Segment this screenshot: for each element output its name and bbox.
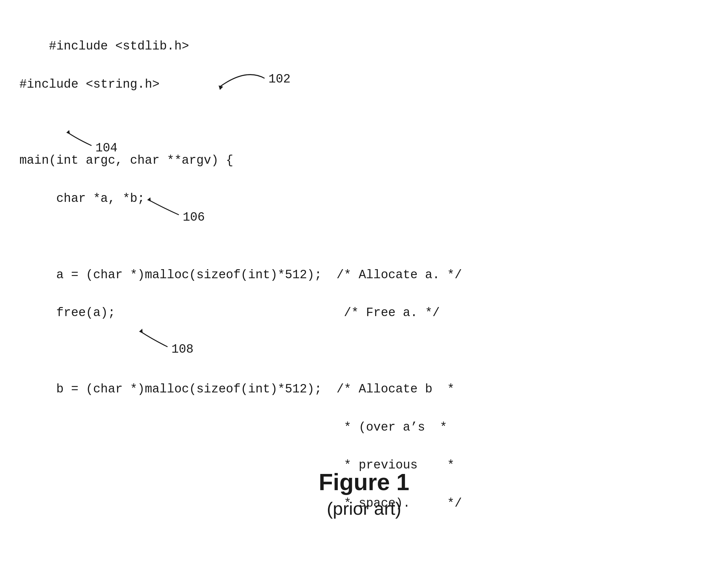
code-line-11: * (over a’s * xyxy=(19,420,447,434)
code-line-6 xyxy=(19,230,27,243)
code-line-1: #include <stdlib.h> xyxy=(49,39,189,53)
code-line-10: b = (char *)malloc(sizeof(int)*512); /* … xyxy=(19,382,454,396)
code-line-4: main(int argc, char **argv) { xyxy=(19,153,233,167)
code-line-5: char *a, *b; xyxy=(19,191,145,205)
figure-subtitle: (prior art) xyxy=(0,498,728,519)
code-line-9 xyxy=(19,344,27,358)
code-line-7: a = (char *)malloc(sizeof(int)*512); /* … xyxy=(19,268,462,282)
code-line-2: #include <string.h> xyxy=(19,77,159,91)
code-line-3 xyxy=(19,115,27,129)
code-line-14 xyxy=(19,534,27,548)
figure-title: Figure 1 xyxy=(0,469,728,495)
page-container: #include <stdlib.h> #include <string.h> … xyxy=(0,0,728,561)
figure-caption: Figure 1 (prior art) xyxy=(0,469,728,519)
code-line-8: free(a); /* Free a. */ xyxy=(19,306,440,320)
